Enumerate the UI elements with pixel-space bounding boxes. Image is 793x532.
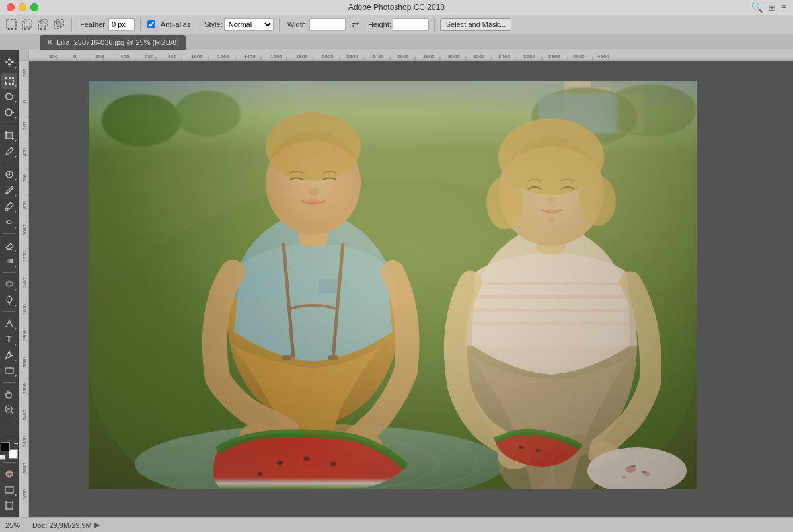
healing-brush-btn[interactable]: ▾: [1, 167, 17, 182]
canvas-content[interactable]: [29, 61, 793, 517]
artboard-btn[interactable]: [1, 498, 17, 513]
quick-mask-btn[interactable]: [1, 466, 17, 482]
fullscreen-icon[interactable]: ⊞: [768, 2, 776, 13]
svg-text:600: 600: [22, 174, 27, 182]
tool-sep-5: [3, 311, 16, 312]
photo-document[interactable]: [89, 81, 703, 497]
svg-point-140: [531, 87, 637, 147]
doc-size: Doc: 29,9M/29,9M: [32, 521, 92, 529]
background-color-swatch[interactable]: [9, 449, 18, 459]
separator-5: [434, 18, 435, 31]
new-selection-btn[interactable]: [4, 17, 19, 32]
document-tab[interactable]: ✕ Lilia_230716-036.jpg @ 25% (RGB/8): [40, 35, 186, 50]
tab-close-icon[interactable]: ✕: [46, 38, 53, 46]
brush-btn[interactable]: ▾: [1, 182, 17, 198]
crop-tool-btn[interactable]: ▾: [1, 128, 17, 143]
photo-image: [89, 81, 697, 489]
svg-point-145: [161, 430, 478, 489]
history-brush-btn[interactable]: ▾: [1, 214, 17, 230]
style-select[interactable]: Normal Fixed Ratio Fixed Size: [224, 18, 274, 31]
main-layout: ▾ ▾ ▾ ▾: [0, 50, 793, 517]
tool-group-paint: ▾ ▾ ▾ ▾: [0, 165, 18, 231]
feather-input[interactable]: [108, 18, 135, 31]
maximize-button[interactable]: [30, 3, 38, 11]
svg-text:1800: 1800: [296, 54, 308, 59]
tool-sep-8: [3, 462, 16, 463]
svg-text:1200: 1200: [217, 54, 229, 59]
blur-btn[interactable]: ▾: [1, 276, 17, 292]
svg-rect-10: [6, 132, 13, 139]
svg-point-159: [349, 434, 383, 461]
hand-btn[interactable]: [1, 386, 17, 402]
antialias-checkbox[interactable]: [147, 20, 155, 28]
window-traffic-lights[interactable]: [7, 3, 38, 11]
svg-rect-4: [41, 20, 48, 26]
svg-point-162: [330, 462, 336, 467]
more-tools-btn[interactable]: ···: [1, 418, 17, 434]
arrange-icon[interactable]: ≡: [781, 2, 786, 13]
svg-rect-16: [5, 259, 13, 263]
svg-point-169: [498, 429, 551, 489]
width-input[interactable]: [309, 18, 346, 31]
svg-text:3000: 3000: [448, 54, 460, 59]
svg-text:2400: 2400: [372, 54, 384, 59]
svg-text:1400: 1400: [22, 278, 27, 288]
search-icon[interactable]: 🔍: [751, 2, 763, 13]
ruler-top: 200 0 200 400 600 800 1000 1200 1400 160…: [29, 50, 793, 61]
svg-text:400: 400: [22, 148, 27, 156]
type-icon: T: [6, 334, 12, 344]
change-screen-mode-btn[interactable]: ▾: [1, 482, 17, 498]
svg-text:1000: 1000: [22, 225, 27, 235]
gradient-btn[interactable]: ▾: [1, 253, 17, 269]
svg-point-147: [227, 213, 399, 424]
intersect-selection-btn[interactable]: [52, 17, 66, 32]
pen-btn[interactable]: ▾: [1, 315, 17, 331]
app-title: Adobe Photoshop CC 2018: [348, 3, 445, 12]
tool-group-view: ···: [0, 385, 18, 435]
swap-colors-icon[interactable]: ⇄: [14, 441, 19, 447]
svg-text:3400: 3400: [498, 54, 510, 59]
separator-2: [140, 18, 141, 31]
height-input[interactable]: [393, 18, 429, 31]
canvas-area[interactable]: 200 0 200 400 600 800 1000 1200 1400 160…: [19, 50, 793, 517]
zoom-btn[interactable]: [1, 402, 17, 418]
svg-text:2800: 2800: [423, 54, 435, 59]
color-swatches[interactable]: ⇄ ⬜: [1, 442, 18, 459]
type-btn[interactable]: T ▾: [1, 331, 17, 347]
svg-rect-134: [89, 81, 697, 489]
add-selection-btn[interactable]: [20, 17, 34, 32]
svg-text:3600: 3600: [523, 54, 535, 59]
swap-dimensions-btn[interactable]: ⇄: [348, 17, 363, 32]
select-and-mask-button[interactable]: Select and Mask...: [440, 18, 512, 31]
svg-text:4200: 4200: [597, 54, 609, 59]
svg-rect-142: [538, 94, 617, 133]
path-selection-btn[interactable]: ▾: [1, 347, 17, 363]
svg-rect-136: [591, 87, 611, 133]
status-arrow-icon[interactable]: ▶: [94, 521, 100, 529]
move-tool-btn[interactable]: ▾: [1, 54, 17, 70]
eraser-btn[interactable]: ▾: [1, 237, 17, 253]
tool-sep-4: [3, 272, 16, 273]
svg-text:2200: 2200: [346, 54, 358, 59]
svg-point-178: [548, 217, 554, 221]
close-button[interactable]: [7, 3, 15, 11]
clone-stamp-btn[interactable]: ▾: [1, 198, 17, 214]
svg-text:3200: 3200: [473, 54, 485, 59]
rectangular-marquee-btn[interactable]: ▾: [1, 73, 17, 89]
foreground-color-swatch[interactable]: [1, 442, 10, 451]
minimize-button[interactable]: [19, 3, 26, 11]
default-colors-icon[interactable]: ⬜: [0, 455, 5, 460]
shape-btn[interactable]: ▾: [1, 363, 17, 379]
lasso-tool-btn[interactable]: ▾: [1, 89, 17, 104]
options-toolbar: Feather: Anti-alias Style: Normal Fixed …: [0, 15, 793, 34]
quick-selection-btn[interactable]: ▾: [1, 104, 17, 120]
eyedropper-btn[interactable]: ▾: [1, 143, 17, 159]
svg-text:0: 0: [22, 100, 27, 103]
svg-line-11: [5, 154, 7, 155]
svg-text:1000: 1000: [191, 54, 203, 59]
svg-rect-135: [564, 81, 591, 133]
width-group: Width:: [285, 18, 346, 31]
svg-point-158: [239, 423, 276, 452]
dodge-btn[interactable]: ▾: [1, 292, 17, 308]
subtract-selection-btn[interactable]: [36, 17, 50, 32]
